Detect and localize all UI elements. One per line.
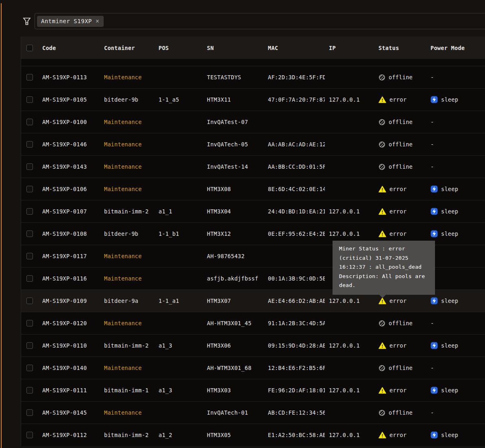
row-checkbox[interactable] bbox=[26, 186, 33, 192]
row-checkbox[interactable] bbox=[26, 409, 33, 416]
column-header-code[interactable]: Code bbox=[38, 37, 100, 59]
row-checkbox[interactable] bbox=[26, 208, 33, 215]
cell-checkbox bbox=[21, 402, 38, 424]
cell-mac: AA:AB:AC:AD:AE:12 bbox=[264, 133, 325, 155]
cell-power-mode: sleep bbox=[426, 335, 485, 357]
cell-checkbox bbox=[21, 290, 38, 312]
cell-ip bbox=[325, 133, 374, 155]
cell-ip bbox=[325, 312, 374, 334]
warning-icon[interactable] bbox=[378, 208, 386, 215]
status-label: error bbox=[389, 208, 407, 215]
cell-mac: 09:15:9D:4D:28:AE bbox=[264, 335, 325, 357]
warning-icon[interactable] bbox=[378, 186, 386, 193]
cell-code: AM-S19XP-0140 bbox=[38, 357, 100, 379]
column-header-status[interactable]: Status bbox=[374, 37, 426, 59]
cell-sn: HTM3X12 bbox=[203, 223, 264, 245]
cell-mac: 24:4D:BD:1D:EA:21 bbox=[264, 200, 325, 222]
table-row[interactable]: AM-S19XP-0140MaintenanceAH-WTM3X01_6812:… bbox=[21, 357, 485, 379]
warning-icon[interactable] bbox=[378, 298, 386, 304]
cell-container: bitmain-imm-2 bbox=[100, 424, 154, 446]
warning-icon[interactable] bbox=[378, 231, 386, 237]
warning-icon[interactable] bbox=[378, 96, 386, 103]
table-row[interactable]: AM-S19XP-0146MaintenanceInvQATech-05AA:A… bbox=[21, 133, 485, 155]
cell-status: error bbox=[374, 424, 426, 446]
table-row[interactable]: AM-S19XP-0100MaintenanceInvQATest-07offl… bbox=[21, 111, 485, 133]
table-row[interactable]: AM-S19XP-0111bitmain-imm-1a1_3HTM3X03FE:… bbox=[21, 379, 485, 401]
filter-input[interactable]: Antminer S19XP × bbox=[35, 13, 485, 29]
cell-ip: 127.0.0.1 bbox=[325, 335, 374, 357]
table-row[interactable]: AM-S19XP-0105bitdeer-9b1-1_a5HTM3X1147:0… bbox=[21, 88, 485, 111]
row-checkbox[interactable] bbox=[26, 365, 33, 371]
cell-power-mode: sleep bbox=[426, 379, 485, 401]
table-row[interactable]: AM-S19XP-0112bitmain-imm-2a1_2HTM3X05E1:… bbox=[21, 424, 485, 446]
warning-icon[interactable] bbox=[378, 387, 386, 394]
column-header-mac[interactable]: MAC bbox=[264, 37, 325, 59]
column-header-container[interactable]: Container bbox=[100, 37, 154, 59]
power-mode-label: sleep bbox=[441, 208, 458, 215]
power-mode-label: - bbox=[431, 119, 434, 125]
filter-funnel-icon[interactable] bbox=[23, 17, 31, 26]
status-label: offline bbox=[389, 74, 413, 80]
warning-icon[interactable] bbox=[378, 342, 386, 349]
table-row[interactable]: AM-S19XP-0143MaintenanceInvQATest-14AA:B… bbox=[21, 155, 485, 178]
cell-pos: 1-1_a1 bbox=[154, 290, 203, 312]
status-label: error bbox=[389, 231, 407, 237]
cell-pos bbox=[154, 312, 203, 334]
cell-code: AM-S19XP-0111 bbox=[38, 379, 100, 401]
cell-container: bitmain-imm-2 bbox=[100, 200, 154, 222]
row-checkbox[interactable] bbox=[26, 298, 33, 304]
cell-status: offline bbox=[374, 402, 426, 424]
row-checkbox[interactable] bbox=[26, 141, 33, 148]
row-checkbox[interactable] bbox=[26, 342, 33, 349]
cell-container: Maintenance bbox=[100, 111, 154, 133]
status-label: offline bbox=[389, 409, 413, 416]
table-row[interactable]: AM-S19XP-0107bitmain-imm-2a1_1HTM3X0424:… bbox=[21, 200, 485, 222]
cell-pos: a1_2 bbox=[154, 424, 203, 446]
table-row[interactable]: AM-S19XP-0113MaintenanceTESTASTDYSAF:2D:… bbox=[21, 66, 485, 88]
table-row[interactable]: AM-S19XP-0106MaintenanceHTM3X088E:6D:4C:… bbox=[21, 178, 485, 200]
row-checkbox[interactable] bbox=[26, 432, 33, 438]
column-header-power-mode[interactable]: Power Mode bbox=[426, 37, 485, 59]
cell-sn: InvQATech-01 bbox=[203, 402, 264, 424]
cell-checkbox bbox=[21, 66, 38, 88]
cell-code: AM-S19XP-0120 bbox=[38, 312, 100, 334]
row-checkbox[interactable] bbox=[26, 387, 33, 394]
row-checkbox[interactable] bbox=[26, 96, 33, 103]
cell-sn: HTM3X11 bbox=[203, 89, 264, 111]
power-mode-label: sleep bbox=[441, 387, 458, 394]
row-checkbox[interactable] bbox=[26, 163, 33, 170]
row-checkbox[interactable] bbox=[26, 231, 33, 237]
table-row[interactable]: AM-S19XP-0120MaintenanceAH-HTM3X01_4591:… bbox=[21, 312, 485, 334]
warning-icon[interactable] bbox=[378, 432, 386, 439]
cell-power-mode: - bbox=[426, 156, 485, 178]
table-row[interactable]: AM-S19XP-0145MaintenanceInvQATech-01AB:C… bbox=[21, 401, 485, 424]
cell-mac: AA:BB:CC:DD:01:5F bbox=[264, 156, 325, 178]
power-mode-label: sleep bbox=[441, 432, 458, 438]
offline-icon bbox=[378, 141, 385, 148]
cell-mac: E1:A2:50:BC:58:AE bbox=[264, 424, 325, 446]
row-checkbox[interactable] bbox=[26, 275, 33, 282]
status-label: offline bbox=[389, 365, 413, 371]
row-checkbox[interactable] bbox=[26, 320, 33, 326]
column-header-pos[interactable]: POS bbox=[154, 37, 203, 59]
filter-chip-label: Antminer S19XP bbox=[41, 18, 92, 24]
select-all-checkbox[interactable] bbox=[26, 45, 33, 51]
cell-code: AM-S19XP-0107 bbox=[38, 200, 100, 222]
row-checkbox[interactable] bbox=[26, 253, 33, 259]
row-checkbox[interactable] bbox=[26, 74, 33, 80]
cell-power-mode: sleep bbox=[426, 89, 485, 111]
filter-chip[interactable]: Antminer S19XP × bbox=[37, 16, 104, 27]
cell-sn: InvQATest-07 bbox=[203, 111, 264, 133]
table-row[interactable]: AM-S19XP-0110bitmain-imm-2a1_3HTM3X0609:… bbox=[21, 334, 485, 357]
cell-code: AM-S19XP-0110 bbox=[38, 335, 100, 357]
status-tooltip: Miner Status : error (critical) 31-07-20… bbox=[333, 241, 435, 295]
cell-code: AM-S19XP-0143 bbox=[38, 156, 100, 178]
column-header-sn[interactable]: SN bbox=[203, 37, 264, 59]
chip-close-icon[interactable]: × bbox=[96, 18, 100, 24]
cell-sn: asfjb.akdjfbssf bbox=[203, 267, 264, 289]
row-checkbox[interactable] bbox=[26, 119, 33, 125]
cell-container: bitdeer-9a bbox=[100, 290, 154, 312]
cell-ip bbox=[325, 402, 374, 424]
cell-ip: 127.0.0.1 bbox=[325, 424, 374, 446]
column-header-ip[interactable]: IP bbox=[325, 37, 374, 59]
